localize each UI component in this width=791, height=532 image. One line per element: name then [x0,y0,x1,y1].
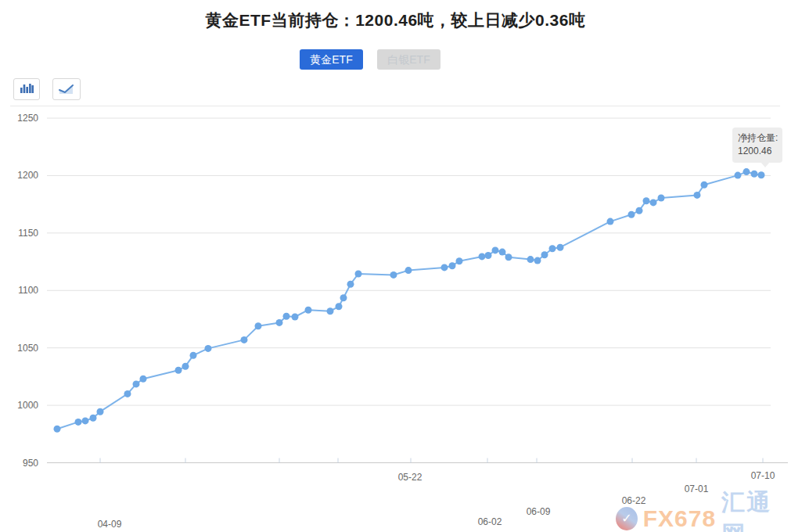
data-point[interactable] [658,195,665,202]
data-point[interactable] [449,262,456,269]
data-point[interactable] [90,415,97,422]
y-axis-label: 950 [23,458,38,469]
data-point[interactable] [485,252,492,259]
page-title: 黄金ETF当前持仓：1200.46吨，较上日减少0.36吨 [0,9,791,31]
data-point[interactable] [650,199,657,206]
x-axis-label: 06-09 [527,506,551,517]
line-chart-icon [59,82,74,97]
watermark-brand: FX678 [643,505,716,532]
data-point[interactable] [82,417,89,424]
data-point[interactable] [205,345,212,352]
data-point[interactable] [607,218,614,225]
watermark: ✓ FX678 汇通网 [616,487,791,532]
tab-silver-etf[interactable]: 白银ETF [377,49,440,70]
data-point[interactable] [441,264,448,271]
data-point[interactable] [636,207,643,214]
data-point[interactable] [336,303,343,310]
data-point[interactable] [255,322,262,329]
bar-chart-icon [20,82,34,97]
data-point[interactable] [190,352,197,359]
data-point[interactable] [124,390,131,397]
data-point[interactable] [347,281,354,288]
holdings-line-chart: 12501200115011001050100095004-0905-2206-… [0,0,791,532]
y-axis-label: 1150 [18,228,38,239]
data-point[interactable] [405,267,412,274]
data-point[interactable] [283,313,290,320]
data-point[interactable] [549,245,556,252]
data-point[interactable] [557,244,564,251]
data-point[interactable] [97,408,104,415]
tab-gold-etf[interactable]: 黄金ETF [300,49,363,70]
data-point[interactable] [175,367,182,374]
data-point[interactable] [534,257,541,264]
series-line [57,172,761,430]
line-chart-type-button[interactable] [52,78,81,100]
data-point[interactable] [643,197,650,204]
data-point[interactable] [305,307,312,314]
data-point[interactable] [505,253,512,261]
data-point[interactable] [479,253,486,260]
data-point[interactable] [743,168,750,175]
data-point[interactable] [701,182,708,189]
data-point[interactable] [735,172,742,179]
y-axis-label: 1100 [18,285,38,296]
data-point[interactable] [182,363,189,370]
tooltip-label: 净持仓量: [738,131,782,145]
data-point[interactable] [527,256,534,263]
bar-chart-type-button[interactable] [13,78,40,100]
data-point[interactable] [628,211,635,218]
data-point[interactable] [456,257,463,264]
y-axis-label: 1250 [17,113,38,124]
data-point[interactable] [758,171,765,178]
y-axis-label: 1000 [17,400,38,411]
globe-icon: ✓ [616,507,638,530]
data-point[interactable] [133,380,140,387]
x-axis-label: 04-09 [98,519,122,530]
data-point[interactable] [340,294,347,301]
data-point[interactable] [355,271,362,278]
tooltip-arrow-icon [760,162,770,167]
data-point[interactable] [694,192,701,199]
x-axis-label: 07-10 [751,470,775,481]
data-point[interactable] [390,271,397,279]
data-point[interactable] [241,336,248,343]
data-point[interactable] [499,249,506,256]
toolbar-divider [10,106,780,106]
data-point[interactable] [75,419,82,426]
data-point[interactable] [541,251,548,258]
x-axis-label: 06-02 [478,516,502,527]
tooltip-value: 1200.46 [738,145,782,158]
data-point[interactable] [751,171,758,178]
watermark-site: 汇通网 [721,487,791,532]
data-point[interactable] [327,307,334,315]
data-point[interactable] [292,314,299,321]
y-axis-label: 1200 [17,170,38,181]
data-point[interactable] [276,319,283,326]
chart-tooltip: 净持仓量: 1200.46 [732,128,782,163]
y-axis-label: 1050 [17,343,38,354]
data-point[interactable] [140,376,147,383]
data-point[interactable] [54,426,61,433]
x-axis-label: 05-22 [398,472,422,483]
data-point[interactable] [492,246,499,253]
